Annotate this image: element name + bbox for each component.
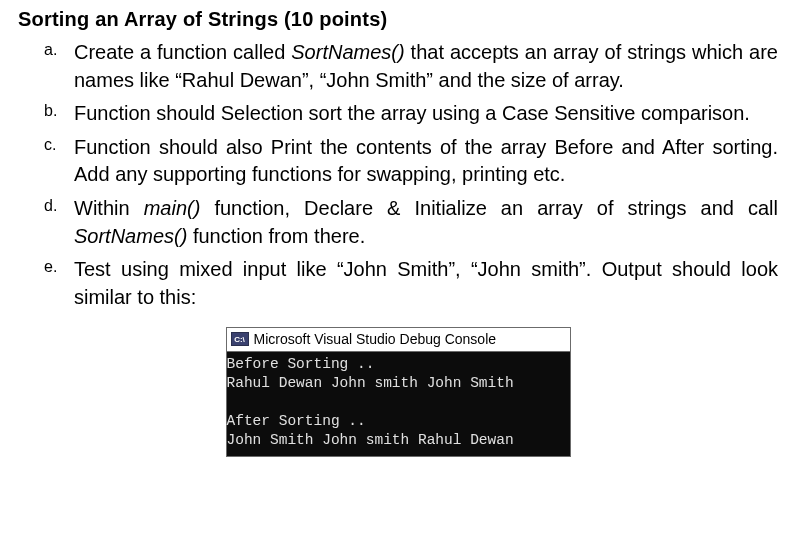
text-run: function from there. (187, 225, 365, 247)
list-marker: d. (44, 195, 57, 217)
list-marker: b. (44, 100, 57, 122)
text-run: function, Declare & Initialize an array … (200, 197, 778, 219)
list-marker: c. (44, 134, 56, 156)
text-run: Within (74, 197, 144, 219)
text-run: Test using mixed input like “John Smith”… (74, 258, 778, 308)
italic-text: main() (144, 197, 201, 219)
list-item-text: Create a function called SortNames() tha… (74, 41, 778, 91)
text-run: Create a function called (74, 41, 291, 63)
list-item: e. Test using mixed input like “John Smi… (50, 256, 778, 311)
list-item: d. Within main() function, Declare & Ini… (50, 195, 778, 250)
text-run: Function should Selection sort the array… (74, 102, 750, 124)
question-heading: Sorting an Array of Strings (10 points) (18, 8, 778, 31)
list-marker: a. (44, 39, 57, 61)
console-window: C:\ Microsoft Visual Studio Debug Consol… (226, 327, 571, 456)
console-icon: C:\ (231, 332, 249, 346)
italic-text: SortNames() (291, 41, 404, 63)
text-run: Function should also Print the contents … (74, 136, 778, 186)
list-marker: e. (44, 256, 57, 278)
list-item: b. Function should Selection sort the ar… (50, 100, 778, 128)
list-item-text: Function should Selection sort the array… (74, 102, 750, 124)
console-body: Before Sorting .. Rahul Dewan John smith… (227, 352, 570, 455)
list-item: a. Create a function called SortNames() … (50, 39, 778, 94)
question-list: a. Create a function called SortNames() … (18, 39, 778, 311)
list-item: c. Function should also Print the conten… (50, 134, 778, 189)
list-item-text: Within main() function, Declare & Initia… (74, 197, 778, 247)
list-item-text: Function should also Print the contents … (74, 136, 778, 186)
console-title: Microsoft Visual Studio Debug Console (254, 331, 497, 347)
console-titlebar: C:\ Microsoft Visual Studio Debug Consol… (227, 328, 570, 352)
italic-text: SortNames() (74, 225, 187, 247)
list-item-text: Test using mixed input like “John Smith”… (74, 258, 778, 308)
